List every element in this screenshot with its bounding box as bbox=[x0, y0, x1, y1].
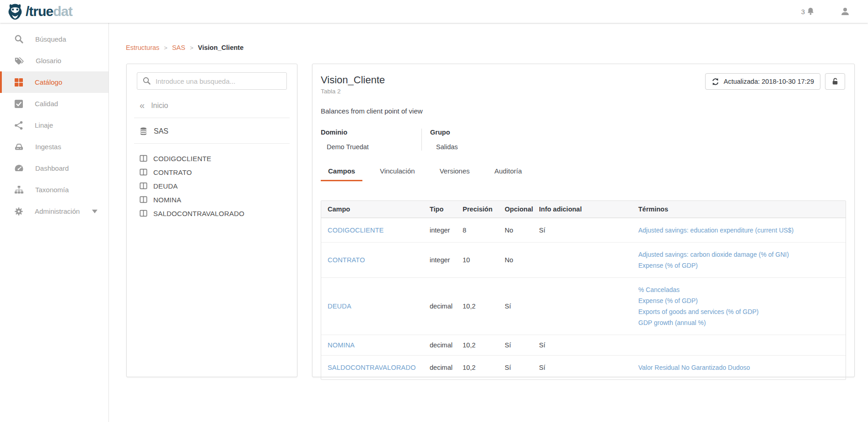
table-row: DEUDA decimal 10,2 Sí % CanceladasExpens… bbox=[321, 277, 846, 335]
term-link[interactable]: Expense (% of GDP) bbox=[638, 295, 840, 306]
tree-field-contrato[interactable]: CONTRATO bbox=[140, 165, 287, 179]
table-columns-icon bbox=[140, 182, 147, 189]
cell-info-adicional: Sí bbox=[539, 364, 638, 371]
table-row: SALDOCONTRAVALORADO decimal 10,2 Sí Sí V… bbox=[321, 355, 846, 379]
sidebar-item-glosario[interactable]: Glosario bbox=[0, 50, 108, 71]
sidebar-item-ingestas[interactable]: Ingestas bbox=[0, 136, 108, 157]
table-columns-icon bbox=[140, 210, 147, 217]
column-header-terminos: Términos bbox=[638, 206, 846, 213]
top-header: /truedat 3 bbox=[0, 0, 868, 23]
structure-tree-panel: « Inicio SAS bbox=[126, 64, 297, 377]
field-link[interactable]: NOMINA bbox=[328, 341, 355, 349]
fields-table: Campo Tipo Precisión Opcional Info adici… bbox=[321, 200, 846, 380]
column-header-tipo: Tipo bbox=[430, 206, 463, 213]
tree-field-nomina[interactable]: NOMINA bbox=[140, 193, 287, 206]
drive-icon bbox=[14, 142, 24, 151]
domain-value: Demo Truedat bbox=[321, 143, 408, 151]
sitemap-icon bbox=[14, 185, 24, 194]
group-value: Salidas bbox=[430, 143, 458, 151]
tree-back-button[interactable]: « Inicio bbox=[140, 102, 287, 110]
tree-system-sas[interactable]: SAS bbox=[140, 127, 287, 135]
tree-system-label: SAS bbox=[154, 127, 168, 135]
cell-precision: 10 bbox=[463, 256, 505, 264]
cell-terminos: Adjusted savings: education expenditure … bbox=[638, 225, 846, 236]
tree-field-saldocontravalorado[interactable]: SALDOCONTRAVALORADO bbox=[140, 206, 287, 220]
column-header-info-adicional: Info adicional bbox=[539, 206, 638, 213]
column-header-campo: Campo bbox=[321, 206, 430, 213]
search-icon bbox=[14, 34, 24, 44]
term-link[interactable]: Adjusted savings: carbon dioxide damage … bbox=[638, 249, 840, 260]
search-icon bbox=[142, 76, 151, 85]
cell-terminos: % CanceladasExpense (% of GDP)Exports of… bbox=[638, 284, 846, 328]
field-link[interactable]: DEUDA bbox=[328, 303, 351, 310]
column-header-opcional: Opcional bbox=[505, 206, 539, 213]
grid-icon bbox=[14, 78, 23, 87]
notifications-button[interactable]: 3 bbox=[801, 7, 815, 16]
table-row: CONTRATO integer 10 No Adjusted savings:… bbox=[321, 242, 846, 277]
tab-versiones[interactable]: Versiones bbox=[432, 163, 477, 181]
share-icon bbox=[14, 121, 23, 130]
gear-icon bbox=[14, 207, 23, 216]
breadcrumb-link-estructuras[interactable]: Estructuras bbox=[126, 44, 159, 51]
table-row: NOMINA decimal 10,2 Sí Sí bbox=[321, 335, 846, 355]
term-link[interactable]: % Canceladas bbox=[638, 284, 840, 295]
group-label: Grupo bbox=[430, 129, 458, 136]
logo-text: /truedat bbox=[26, 5, 72, 18]
tree-field-deuda[interactable]: DEUDA bbox=[140, 179, 287, 193]
sidebar-nav: Búsqueda Glosario Catálogo bbox=[0, 23, 109, 422]
tree-field-codigocliente[interactable]: CODIGOCLIENTE bbox=[140, 151, 287, 165]
sidebar-item-calidad[interactable]: Calidad bbox=[0, 93, 108, 114]
breadcrumb-separator: > bbox=[164, 44, 167, 51]
database-icon bbox=[140, 127, 147, 135]
term-link[interactable]: Adjusted savings: education expenditure … bbox=[638, 225, 840, 236]
double-chevron-left-icon: « bbox=[140, 101, 145, 110]
bell-icon bbox=[806, 7, 815, 16]
lock-toggle-button[interactable] bbox=[825, 73, 845, 90]
tab-vinculacion[interactable]: Vinculación bbox=[372, 163, 422, 181]
table-columns-icon bbox=[140, 168, 147, 176]
term-link[interactable]: Valor Residual No Garantizado Dudoso bbox=[638, 362, 840, 373]
tab-auditoria[interactable]: Auditoría bbox=[487, 163, 529, 181]
sidebar-item-taxonomia[interactable]: Taxonomía bbox=[0, 179, 108, 200]
structure-description: Balances from client point of view bbox=[321, 107, 846, 115]
breadcrumb-current: Vision_Cliente bbox=[198, 44, 244, 51]
cell-opcional: Sí bbox=[505, 303, 539, 310]
cell-precision: 8 bbox=[463, 227, 505, 234]
table-row: CODIGOCLIENTE integer 8 No Sí Adjusted s… bbox=[321, 218, 846, 242]
user-menu-button[interactable] bbox=[841, 7, 850, 16]
breadcrumb-link-sas[interactable]: SAS bbox=[172, 44, 185, 51]
cell-terminos: Adjusted savings: carbon dioxide damage … bbox=[638, 249, 846, 271]
cell-tipo: integer bbox=[430, 227, 463, 234]
sidebar-item-administracion[interactable]: Administración bbox=[0, 200, 108, 222]
term-link[interactable]: Exports of goods and services (% of GDP) bbox=[638, 306, 840, 317]
tree-search-input[interactable] bbox=[137, 72, 287, 90]
cell-tipo: decimal bbox=[430, 364, 463, 371]
cell-tipo: decimal bbox=[430, 341, 463, 349]
cell-terminos: Valor Residual No Garantizado Dudoso bbox=[638, 362, 846, 373]
term-link[interactable]: GDP growth (annual %) bbox=[638, 317, 840, 328]
table-columns-icon bbox=[140, 155, 147, 162]
chevron-down-icon bbox=[92, 210, 97, 213]
sidebar-item-catalogo[interactable]: Catálogo bbox=[0, 71, 108, 93]
owl-logo-icon bbox=[6, 2, 24, 21]
check-square-icon bbox=[14, 99, 23, 108]
cell-precision: 10,2 bbox=[463, 364, 505, 371]
field-link[interactable]: CONTRATO bbox=[328, 256, 365, 264]
structure-detail-panel: Actualizada: 2018-10-30 17:29 Vision_Cli… bbox=[312, 64, 855, 377]
field-link[interactable]: CODIGOCLIENTE bbox=[328, 227, 384, 234]
cell-info-adicional: Sí bbox=[539, 227, 638, 234]
term-link[interactable]: Expense (% of GDP) bbox=[638, 260, 840, 271]
truedat-logo[interactable]: /truedat bbox=[6, 2, 72, 21]
refresh-updated-button[interactable]: Actualizada: 2018-10-30 17:29 bbox=[705, 73, 820, 90]
cell-opcional: Sí bbox=[505, 364, 539, 371]
field-link[interactable]: SALDOCONTRAVALORADO bbox=[328, 364, 416, 371]
sidebar-item-busqueda[interactable]: Búsqueda bbox=[0, 28, 108, 50]
tab-campos[interactable]: Campos bbox=[321, 163, 362, 181]
column-header-precision: Precisión bbox=[463, 206, 505, 213]
sidebar-item-linaje[interactable]: Linaje bbox=[0, 114, 108, 136]
cell-precision: 10,2 bbox=[463, 303, 505, 310]
field-list: CODIGOCLIENTE CONTRATO bbox=[140, 151, 287, 220]
cell-opcional: No bbox=[505, 227, 539, 234]
sidebar-item-dashboard[interactable]: Dashboard bbox=[0, 157, 108, 179]
detail-tabs: CamposVinculaciónVersionesAuditoría bbox=[321, 163, 846, 181]
